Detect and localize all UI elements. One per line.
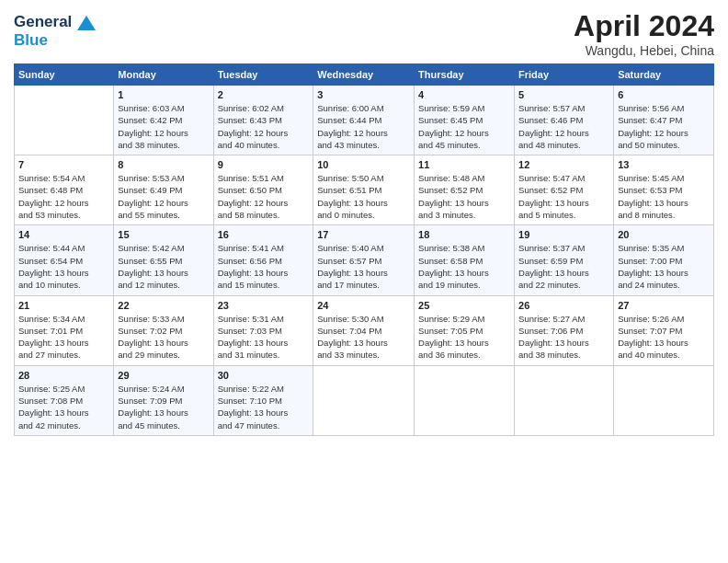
- day-number: 11: [418, 159, 510, 170]
- logo-line2: Blue: [14, 31, 96, 50]
- day-number: 5: [518, 89, 609, 100]
- calendar-week-row: 1Sunrise: 6:03 AM Sunset: 6:42 PM Daylig…: [15, 86, 714, 155]
- day-info: Sunrise: 5:59 AM Sunset: 6:45 PM Dayligh…: [418, 102, 510, 151]
- day-number: 8: [118, 159, 209, 170]
- day-number: 7: [18, 159, 109, 170]
- day-info: Sunrise: 5:35 AM Sunset: 7:00 PM Dayligh…: [618, 242, 710, 291]
- day-number: 10: [317, 159, 410, 170]
- day-info: Sunrise: 5:42 AM Sunset: 6:55 PM Dayligh…: [118, 242, 209, 291]
- calendar-cell: 17Sunrise: 5:40 AM Sunset: 6:57 PM Dayli…: [313, 225, 415, 295]
- day-of-week-header: Friday: [515, 64, 614, 86]
- day-info: Sunrise: 5:45 AM Sunset: 6:53 PM Dayligh…: [618, 172, 710, 221]
- calendar-cell: 28Sunrise: 5:25 AM Sunset: 7:08 PM Dayli…: [15, 365, 114, 435]
- day-info: Sunrise: 5:24 AM Sunset: 7:09 PM Dayligh…: [118, 383, 209, 431]
- calendar-cell: 24Sunrise: 5:30 AM Sunset: 7:04 PM Dayli…: [313, 295, 415, 365]
- header: General Blue April 2024 Wangdu, Hebei, C…: [14, 9, 714, 58]
- logo-line1: General: [14, 13, 96, 31]
- day-info: Sunrise: 5:26 AM Sunset: 7:07 PM Dayligh…: [618, 313, 710, 362]
- day-number: 26: [518, 300, 609, 311]
- calendar-cell: [515, 365, 614, 435]
- day-info: Sunrise: 5:44 AM Sunset: 6:54 PM Dayligh…: [18, 242, 109, 291]
- day-info: Sunrise: 6:00 AM Sunset: 6:44 PM Dayligh…: [317, 102, 410, 151]
- day-info: Sunrise: 5:56 AM Sunset: 6:47 PM Dayligh…: [618, 102, 710, 151]
- day-number: 3: [317, 89, 410, 100]
- day-number: 21: [18, 300, 109, 311]
- logo: General Blue: [14, 13, 96, 49]
- day-number: 13: [618, 159, 710, 170]
- day-info: Sunrise: 5:29 AM Sunset: 7:05 PM Dayligh…: [418, 313, 510, 362]
- day-number: 12: [518, 159, 609, 170]
- calendar-cell: 23Sunrise: 5:31 AM Sunset: 7:03 PM Dayli…: [213, 295, 313, 365]
- calendar-week-row: 28Sunrise: 5:25 AM Sunset: 7:08 PM Dayli…: [15, 365, 714, 435]
- day-number: 20: [618, 229, 710, 240]
- calendar-cell: 7Sunrise: 5:54 AM Sunset: 6:48 PM Daylig…: [15, 155, 114, 225]
- day-info: Sunrise: 5:40 AM Sunset: 6:57 PM Dayligh…: [317, 242, 410, 291]
- calendar-cell: 5Sunrise: 5:57 AM Sunset: 6:46 PM Daylig…: [515, 86, 614, 155]
- calendar-cell: 19Sunrise: 5:37 AM Sunset: 6:59 PM Dayli…: [515, 225, 614, 295]
- calendar-cell: [614, 365, 714, 435]
- calendar-cell: [313, 365, 415, 435]
- calendar-cell: 22Sunrise: 5:33 AM Sunset: 7:02 PM Dayli…: [114, 295, 213, 365]
- day-info: Sunrise: 5:34 AM Sunset: 7:01 PM Dayligh…: [18, 313, 109, 362]
- calendar-cell: 26Sunrise: 5:27 AM Sunset: 7:06 PM Dayli…: [515, 295, 614, 365]
- day-info: Sunrise: 5:25 AM Sunset: 7:08 PM Dayligh…: [18, 383, 109, 431]
- calendar-table: SundayMondayTuesdayWednesdayThursdayFrid…: [14, 63, 714, 436]
- day-info: Sunrise: 5:41 AM Sunset: 6:56 PM Dayligh…: [218, 242, 310, 291]
- calendar-cell: 25Sunrise: 5:29 AM Sunset: 7:05 PM Dayli…: [415, 295, 515, 365]
- calendar-cell: 13Sunrise: 5:45 AM Sunset: 6:53 PM Dayli…: [614, 155, 714, 225]
- calendar-cell: 14Sunrise: 5:44 AM Sunset: 6:54 PM Dayli…: [15, 225, 114, 295]
- day-of-week-header: Sunday: [15, 64, 114, 86]
- location: Wangdu, Hebei, China: [574, 43, 714, 58]
- calendar-cell: 16Sunrise: 5:41 AM Sunset: 6:56 PM Dayli…: [213, 225, 313, 295]
- calendar-cell: 2Sunrise: 6:02 AM Sunset: 6:43 PM Daylig…: [213, 86, 313, 155]
- day-number: 9: [218, 159, 310, 170]
- day-info: Sunrise: 5:57 AM Sunset: 6:46 PM Dayligh…: [518, 102, 609, 151]
- day-info: Sunrise: 5:22 AM Sunset: 7:10 PM Dayligh…: [218, 383, 310, 431]
- day-info: Sunrise: 5:53 AM Sunset: 6:49 PM Dayligh…: [118, 172, 209, 221]
- calendar-cell: 9Sunrise: 5:51 AM Sunset: 6:50 PM Daylig…: [213, 155, 313, 225]
- calendar-week-row: 21Sunrise: 5:34 AM Sunset: 7:01 PM Dayli…: [15, 295, 714, 365]
- calendar-cell: 21Sunrise: 5:34 AM Sunset: 7:01 PM Dayli…: [15, 295, 114, 365]
- calendar-cell: [415, 365, 515, 435]
- calendar-cell: 1Sunrise: 6:03 AM Sunset: 6:42 PM Daylig…: [114, 86, 213, 155]
- day-number: 17: [317, 229, 410, 240]
- day-number: 25: [418, 300, 510, 311]
- day-of-week-header: Tuesday: [213, 64, 313, 86]
- day-number: 16: [218, 229, 310, 240]
- day-number: 15: [118, 229, 209, 240]
- calendar-week-row: 14Sunrise: 5:44 AM Sunset: 6:54 PM Dayli…: [15, 225, 714, 295]
- calendar-cell: 27Sunrise: 5:26 AM Sunset: 7:07 PM Dayli…: [614, 295, 714, 365]
- day-info: Sunrise: 5:33 AM Sunset: 7:02 PM Dayligh…: [118, 313, 209, 362]
- calendar-header-row: SundayMondayTuesdayWednesdayThursdayFrid…: [15, 64, 714, 86]
- day-number: 2: [218, 89, 310, 100]
- day-of-week-header: Monday: [114, 64, 213, 86]
- day-info: Sunrise: 5:30 AM Sunset: 7:04 PM Dayligh…: [317, 313, 410, 362]
- day-number: 30: [218, 370, 310, 381]
- calendar-week-row: 7Sunrise: 5:54 AM Sunset: 6:48 PM Daylig…: [15, 155, 714, 225]
- day-of-week-header: Saturday: [614, 64, 714, 86]
- day-number: 27: [618, 300, 710, 311]
- calendar-cell: 30Sunrise: 5:22 AM Sunset: 7:10 PM Dayli…: [213, 365, 313, 435]
- calendar-cell: 29Sunrise: 5:24 AM Sunset: 7:09 PM Dayli…: [114, 365, 213, 435]
- day-info: Sunrise: 6:03 AM Sunset: 6:42 PM Dayligh…: [118, 102, 209, 151]
- day-number: 18: [418, 229, 510, 240]
- day-number: 6: [618, 89, 710, 100]
- day-info: Sunrise: 5:51 AM Sunset: 6:50 PM Dayligh…: [218, 172, 310, 221]
- day-number: 14: [18, 229, 109, 240]
- day-number: 28: [18, 370, 109, 381]
- day-number: 19: [518, 229, 609, 240]
- day-of-week-header: Wednesday: [313, 64, 415, 86]
- day-number: 29: [118, 370, 209, 381]
- day-info: Sunrise: 5:38 AM Sunset: 6:58 PM Dayligh…: [418, 242, 510, 291]
- calendar-cell: 8Sunrise: 5:53 AM Sunset: 6:49 PM Daylig…: [114, 155, 213, 225]
- calendar-cell: 11Sunrise: 5:48 AM Sunset: 6:52 PM Dayli…: [415, 155, 515, 225]
- title-block: April 2024 Wangdu, Hebei, China: [574, 9, 714, 58]
- calendar-cell: 20Sunrise: 5:35 AM Sunset: 7:00 PM Dayli…: [614, 225, 714, 295]
- day-info: Sunrise: 5:48 AM Sunset: 6:52 PM Dayligh…: [418, 172, 510, 221]
- calendar-cell: 10Sunrise: 5:50 AM Sunset: 6:51 PM Dayli…: [313, 155, 415, 225]
- calendar-cell: 4Sunrise: 5:59 AM Sunset: 6:45 PM Daylig…: [415, 86, 515, 155]
- day-number: 23: [218, 300, 310, 311]
- day-info: Sunrise: 5:50 AM Sunset: 6:51 PM Dayligh…: [317, 172, 410, 221]
- day-number: 22: [118, 300, 209, 311]
- day-info: Sunrise: 5:27 AM Sunset: 7:06 PM Dayligh…: [518, 313, 609, 362]
